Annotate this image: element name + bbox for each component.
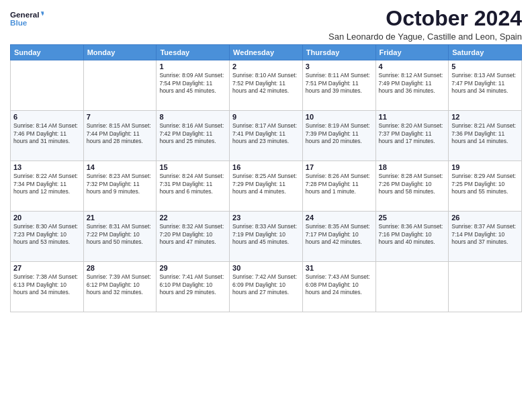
day-number: 26 [451, 214, 519, 222]
day-cell: 4Sunrise: 8:12 AM Sunset: 7:49 PM Daylig… [375, 60, 449, 111]
day-info: Sunrise: 8:29 AM Sunset: 7:25 PM Dayligh… [451, 173, 519, 195]
day-info: Sunrise: 8:10 AM Sunset: 7:52 PM Dayligh… [232, 72, 300, 95]
day-cell: 18Sunrise: 8:28 AM Sunset: 7:26 PM Dayli… [375, 161, 449, 212]
day-number: 29 [159, 264, 226, 272]
day-cell [449, 262, 522, 312]
day-number: 14 [87, 163, 154, 171]
day-cell: 28Sunrise: 7:39 AM Sunset: 6:12 PM Dayli… [83, 262, 157, 312]
day-info: Sunrise: 8:13 AM Sunset: 7:47 PM Dayligh… [451, 72, 519, 95]
day-number: 31 [306, 264, 373, 272]
day-info: Sunrise: 8:15 AM Sunset: 7:44 PM Dayligh… [87, 122, 154, 145]
day-cell: 3Sunrise: 8:11 AM Sunset: 7:51 PM Daylig… [302, 60, 375, 111]
day-info: Sunrise: 8:23 AM Sunset: 7:32 PM Dayligh… [87, 173, 154, 195]
day-number: 1 [159, 62, 226, 71]
day-cell: 10Sunrise: 8:19 AM Sunset: 7:39 PM Dayli… [302, 111, 375, 161]
day-number: 23 [232, 214, 300, 222]
day-info: Sunrise: 8:35 AM Sunset: 7:17 PM Dayligh… [306, 223, 373, 246]
day-number: 7 [87, 113, 154, 121]
week-row-4: 20Sunrise: 8:30 AM Sunset: 7:23 PM Dayli… [11, 212, 522, 262]
day-info: Sunrise: 8:31 AM Sunset: 7:22 PM Dayligh… [87, 223, 154, 246]
weekday-header-friday: Friday [375, 45, 449, 60]
day-info: Sunrise: 8:37 AM Sunset: 7:14 PM Dayligh… [451, 223, 519, 246]
day-number: 25 [379, 214, 446, 222]
weekday-header-wednesday: Wednesday [230, 45, 303, 60]
day-info: Sunrise: 7:39 AM Sunset: 6:12 PM Dayligh… [87, 273, 154, 296]
day-number: 30 [232, 264, 300, 272]
day-number: 28 [87, 264, 154, 272]
weekday-header-thursday: Thursday [302, 45, 375, 60]
day-info: Sunrise: 8:09 AM Sunset: 7:54 PM Dayligh… [159, 72, 226, 95]
day-info: Sunrise: 7:41 AM Sunset: 6:10 PM Dayligh… [159, 273, 226, 296]
day-cell: 27Sunrise: 7:38 AM Sunset: 6:13 PM Dayli… [11, 262, 84, 312]
day-info: Sunrise: 8:33 AM Sunset: 7:19 PM Dayligh… [232, 223, 300, 246]
day-info: Sunrise: 8:20 AM Sunset: 7:37 PM Dayligh… [379, 122, 446, 145]
day-cell: 5Sunrise: 8:13 AM Sunset: 7:47 PM Daylig… [449, 60, 522, 111]
day-cell: 6Sunrise: 8:14 AM Sunset: 7:46 PM Daylig… [11, 111, 84, 161]
day-info: Sunrise: 8:21 AM Sunset: 7:36 PM Dayligh… [451, 122, 519, 145]
calendar-body: 1Sunrise: 8:09 AM Sunset: 7:54 PM Daylig… [11, 60, 522, 312]
day-info: Sunrise: 8:14 AM Sunset: 7:46 PM Dayligh… [13, 122, 81, 145]
svg-text:Blue: Blue [10, 18, 28, 27]
header: General Blue October 2024 San Leonardo d… [10, 7, 522, 42]
day-info: Sunrise: 7:38 AM Sunset: 6:13 PM Dayligh… [13, 273, 81, 296]
day-cell: 7Sunrise: 8:15 AM Sunset: 7:44 PM Daylig… [83, 111, 157, 161]
weekday-header-saturday: Saturday [449, 45, 522, 60]
title-block: October 2024 San Leonardo de Yague, Cast… [328, 7, 522, 42]
day-number: 22 [159, 214, 226, 222]
day-cell: 16Sunrise: 8:25 AM Sunset: 7:29 PM Dayli… [230, 161, 303, 212]
day-cell: 13Sunrise: 8:22 AM Sunset: 7:34 PM Dayli… [11, 161, 84, 212]
day-info: Sunrise: 7:43 AM Sunset: 6:08 PM Dayligh… [306, 273, 373, 296]
day-cell: 30Sunrise: 7:42 AM Sunset: 6:09 PM Dayli… [230, 262, 303, 312]
day-cell [375, 262, 449, 312]
day-cell: 26Sunrise: 8:37 AM Sunset: 7:14 PM Dayli… [449, 212, 522, 262]
day-cell: 20Sunrise: 8:30 AM Sunset: 7:23 PM Dayli… [11, 212, 84, 262]
week-row-3: 13Sunrise: 8:22 AM Sunset: 7:34 PM Dayli… [11, 161, 522, 212]
location-title: San Leonardo de Yague, Castille and Leon… [328, 32, 522, 42]
weekday-header-row: SundayMondayTuesdayWednesdayThursdayFrid… [11, 45, 522, 60]
day-info: Sunrise: 8:11 AM Sunset: 7:51 PM Dayligh… [306, 72, 373, 95]
svg-text:General: General [10, 10, 39, 19]
week-row-2: 6Sunrise: 8:14 AM Sunset: 7:46 PM Daylig… [11, 111, 522, 161]
day-number: 5 [451, 62, 519, 71]
day-cell [83, 60, 157, 111]
day-info: Sunrise: 8:32 AM Sunset: 7:20 PM Dayligh… [159, 223, 226, 246]
day-info: Sunrise: 8:25 AM Sunset: 7:29 PM Dayligh… [232, 173, 300, 195]
day-cell: 29Sunrise: 7:41 AM Sunset: 6:10 PM Dayli… [157, 262, 230, 312]
day-cell: 11Sunrise: 8:20 AM Sunset: 7:37 PM Dayli… [375, 111, 449, 161]
day-info: Sunrise: 7:42 AM Sunset: 6:09 PM Dayligh… [232, 273, 300, 296]
day-info: Sunrise: 8:16 AM Sunset: 7:42 PM Dayligh… [159, 122, 226, 145]
svg-marker-2 [41, 11, 44, 16]
calendar-table: SundayMondayTuesdayWednesdayThursdayFrid… [10, 44, 522, 312]
week-row-1: 1Sunrise: 8:09 AM Sunset: 7:54 PM Daylig… [11, 60, 522, 111]
day-info: Sunrise: 8:28 AM Sunset: 7:26 PM Dayligh… [379, 173, 446, 195]
weekday-header-tuesday: Tuesday [157, 45, 230, 60]
logo-svg: General Blue [10, 7, 44, 31]
day-number: 3 [306, 62, 373, 71]
day-number: 13 [13, 163, 81, 171]
day-number: 20 [13, 214, 81, 222]
day-cell: 22Sunrise: 8:32 AM Sunset: 7:20 PM Dayli… [157, 212, 230, 262]
day-info: Sunrise: 8:30 AM Sunset: 7:23 PM Dayligh… [13, 223, 81, 246]
day-cell: 1Sunrise: 8:09 AM Sunset: 7:54 PM Daylig… [157, 60, 230, 111]
day-number: 16 [232, 163, 300, 171]
month-title: October 2024 [328, 7, 522, 30]
day-cell [11, 60, 84, 111]
day-cell: 31Sunrise: 7:43 AM Sunset: 6:08 PM Dayli… [302, 262, 375, 312]
day-cell: 14Sunrise: 8:23 AM Sunset: 7:32 PM Dayli… [83, 161, 157, 212]
day-cell: 25Sunrise: 8:36 AM Sunset: 7:16 PM Dayli… [375, 212, 449, 262]
day-info: Sunrise: 8:12 AM Sunset: 7:49 PM Dayligh… [379, 72, 446, 95]
day-info: Sunrise: 8:22 AM Sunset: 7:34 PM Dayligh… [13, 173, 81, 195]
logo: General Blue [10, 7, 44, 31]
weekday-header-sunday: Sunday [11, 45, 84, 60]
day-number: 21 [87, 214, 154, 222]
day-cell: 17Sunrise: 8:26 AM Sunset: 7:28 PM Dayli… [302, 161, 375, 212]
day-number: 18 [379, 163, 446, 171]
day-info: Sunrise: 8:24 AM Sunset: 7:31 PM Dayligh… [159, 173, 226, 195]
day-number: 24 [306, 214, 373, 222]
day-number: 15 [159, 163, 226, 171]
day-cell: 2Sunrise: 8:10 AM Sunset: 7:52 PM Daylig… [230, 60, 303, 111]
day-number: 8 [159, 113, 226, 121]
day-cell: 24Sunrise: 8:35 AM Sunset: 7:17 PM Dayli… [302, 212, 375, 262]
day-number: 27 [13, 264, 81, 272]
day-number: 10 [306, 113, 373, 121]
